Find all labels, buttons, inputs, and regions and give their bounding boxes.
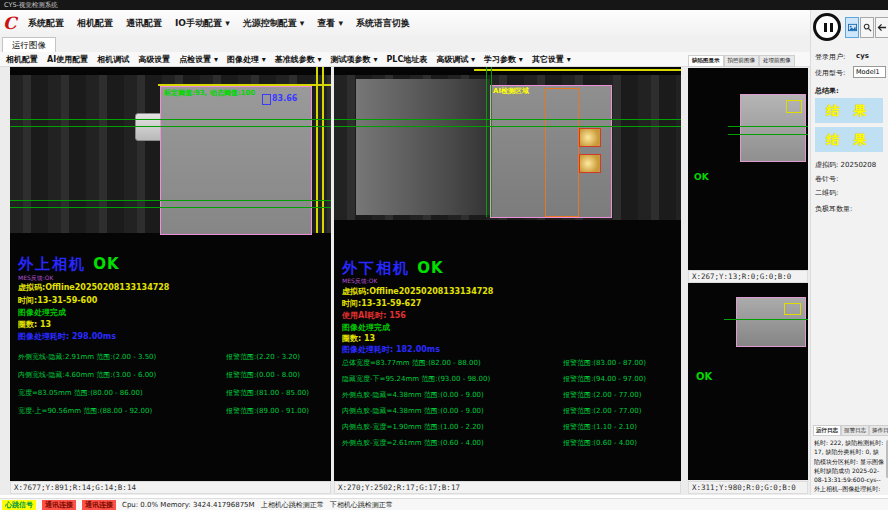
- view-mode-buttons: [845, 17, 888, 38]
- small-tab-pre-capture[interactable]: 拍照前图像: [724, 55, 760, 67]
- process-elapsed: 图像处理耗时: 298.00ms: [18, 331, 116, 342]
- camera-view-lower[interactable]: AI检测区域 外下相机 OK MES反馈:OK 虚拟码:Offline20250…: [334, 67, 681, 481]
- reference-line: [10, 119, 331, 120]
- result-box-1: 结 果: [815, 98, 883, 123]
- log-text-area[interactable]: 耗时: 222, 缺陷检测耗时: 17, 缺陷分类耗时: 0, 缺陷模块分区耗时…: [814, 438, 884, 494]
- small-view-top[interactable]: OK: [688, 68, 808, 270]
- menu-light-control-config[interactable]: 光源控制配置 ▾: [243, 17, 305, 30]
- tool-image-processing[interactable]: 图像处理 ▾: [227, 54, 266, 65]
- camera-result-title: 外下相机 OK: [342, 259, 444, 278]
- measure-text: 内侧点胶-隐藏=4.38mm 范围:(0.00 - 9.00): [342, 407, 484, 415]
- reference-line: [334, 119, 681, 120]
- alarm-range: 报警范围:(0.60 - 4.00): [563, 438, 637, 448]
- vcode-label: 虚拟码: 20250208: [815, 160, 876, 170]
- menu-io-manual-config[interactable]: IO手动配置 ▾: [175, 17, 230, 30]
- detected-tab-1: [579, 128, 601, 147]
- measure-row: 外侧点胶-宽度=2.61mm 范围:(0.60 - 4.00) 报警范围:(0.…: [342, 438, 679, 448]
- tool-camera-config[interactable]: 相机配置: [6, 54, 38, 65]
- app-window: CYS-视觉检测系统 C 系统配置 相机配置 通讯配置 IO手动配置 ▾ 光源控…: [0, 0, 888, 522]
- photo-view-button[interactable]: [845, 17, 859, 38]
- small-tab-defect-image[interactable]: 缺陷图显示: [688, 55, 724, 67]
- tool-advanced-settings[interactable]: 高级设置: [138, 54, 170, 65]
- boundary-line-vertical-1: [316, 67, 318, 233]
- small-view-tabs: 缺陷图显示 拍照前图像 处理前图像: [688, 55, 808, 67]
- tool-camera-debug[interactable]: 相机调试: [97, 54, 129, 65]
- ai-roi-label: AI检测区域: [493, 86, 529, 96]
- cam-bottom-heartbeat: 下相机心跳检测正常: [330, 500, 393, 510]
- reference-line: [728, 126, 808, 127]
- tool-ai-usage-config[interactable]: AI使用配置: [47, 54, 88, 65]
- measure-marker: [262, 94, 271, 105]
- camera-name: 外下相机: [342, 259, 410, 277]
- model-label: 使用型号:: [815, 68, 845, 78]
- zoom-button[interactable]: [860, 17, 874, 38]
- vcode-label-text: 虚拟码:: [815, 161, 838, 169]
- reference-line-vertical: [486, 67, 487, 217]
- small-tab-pre-process[interactable]: 处理前图像: [759, 55, 795, 67]
- tool-advanced-debug[interactable]: 高级调试 ▾: [436, 54, 475, 65]
- total-result-label: 总结果:: [815, 86, 839, 96]
- tool-spotcheck-settings[interactable]: 点检设置 ▾: [179, 54, 218, 65]
- cycle-count: 圈数: 13: [342, 333, 375, 344]
- thumb-result: OK: [696, 371, 712, 382]
- menu-language-switch[interactable]: 系统语言切换: [356, 17, 410, 30]
- control-panel: 登录用户: cys 使用型号: Model1 总结果: 结 果 结 果 虚拟码:…: [810, 10, 888, 495]
- measure-row: 外侧宽线-隐藏:2.91mm 范围:(2.00 - 3.50) 报警范围:(2.…: [18, 352, 329, 362]
- tab-count-label: 负极耳数量:: [815, 204, 852, 214]
- reference-line-vertical: [491, 67, 492, 217]
- pixel-coords-small-bottom: X:311;Y:980;R:0;G:0;B:0: [688, 481, 808, 494]
- model-input[interactable]: Model1: [853, 66, 886, 78]
- alarm-range: 报警范围:(89.00 - 91.00): [226, 406, 309, 416]
- back-button[interactable]: [875, 17, 888, 38]
- measure-value-tag: 83.66: [272, 94, 297, 103]
- mes-feedback: MES反馈:OK: [342, 277, 377, 286]
- menu-comm-config[interactable]: 通讯配置: [126, 17, 162, 30]
- tool-baseline-params[interactable]: 基准线参数 ▾: [275, 54, 322, 65]
- measure-row: 宽度-上=90.56mm 范围:(88.00 - 92.00) 报警范围:(89…: [18, 406, 329, 416]
- tool-other-settings[interactable]: 其它设置 ▾: [532, 54, 571, 65]
- roi-threshold-label: 标定阈值:93, 动态阈值:100: [164, 88, 255, 98]
- measure-row: 内侧宽线-隐藏:4.60mm 范围:(3.00 - 6.00) 报警范围:(0.…: [18, 370, 329, 380]
- result-ok: OK: [93, 255, 119, 273]
- boundary-line-vertical-2: [322, 67, 324, 233]
- process-status: 图像处理完成: [18, 307, 66, 318]
- reference-line: [10, 200, 331, 201]
- small-view-bottom[interactable]: OK: [688, 283, 808, 480]
- menu-view[interactable]: 查看 ▾: [317, 17, 343, 30]
- camera-result-title: 外上相机 OK: [18, 255, 120, 274]
- thumb-marker: [786, 100, 802, 113]
- alarm-range: 报警范围:(2.20 - 3.20): [226, 352, 300, 362]
- measure-text: 宽度-上=90.56mm 范围:(88.00 - 92.00): [18, 407, 152, 415]
- reel-number-label: 卷针号:: [815, 174, 838, 184]
- process-status: 图像处理完成: [342, 322, 390, 333]
- virtual-barcode: 虚拟码:Offline20250208133134728: [342, 286, 493, 297]
- tab-strip: [0, 36, 810, 53]
- reference-line: [10, 126, 331, 127]
- menu-camera-config[interactable]: 相机配置: [77, 17, 113, 30]
- back-arrow-icon: [877, 23, 887, 32]
- log-tab-run[interactable]: 运行日志: [813, 425, 841, 436]
- measure-text: 内侧宽线-隐藏:4.60mm 范围:(3.00 - 6.00): [18, 371, 156, 379]
- pixel-coords-right: X:270;Y:2502;R:17;G:17;B:17: [334, 481, 681, 494]
- tool-plc-address-table[interactable]: PLC地址表: [386, 54, 427, 65]
- measure-row: 内侧点胶-宽度=1.90mm 范围:(1.00 - 2.20) 报警范围:(1.…: [342, 422, 679, 432]
- tool-test-item-params[interactable]: 测试项参数 ▾: [331, 54, 378, 65]
- menu-system-config[interactable]: 系统配置: [28, 17, 64, 30]
- camera-view-upper[interactable]: 标定阈值:93, 动态阈值:100 83.66 外上相机 OK MES反馈:OK…: [10, 67, 331, 481]
- measure-row: 内侧点胶-隐藏=4.38mm 范围:(0.00 - 9.00) 报警范围:(2.…: [342, 406, 679, 416]
- vcode-value: 20250208: [841, 161, 877, 169]
- reference-line: [724, 319, 808, 320]
- measure-text: 宽度=83.05mm 范围:(80.00 - 86.00): [18, 389, 143, 397]
- pause-button[interactable]: [813, 13, 841, 41]
- status-bar: 心跳信号 通讯连接 通讯连接 Cpu: 0.0% Memory: 3424.41…: [0, 498, 888, 510]
- log-tab-alarm[interactable]: 报警日志: [841, 425, 869, 436]
- tab-run-image[interactable]: 运行图像: [2, 37, 56, 53]
- reference-line: [334, 126, 681, 127]
- log-tab-operation[interactable]: 操作日志: [869, 425, 888, 436]
- comm-badge-1: 通讯连接: [42, 500, 76, 510]
- measure-text: 内侧点胶-宽度=1.90mm 范围:(1.00 - 2.20): [342, 423, 484, 431]
- measure-row: 总体宽度=83.77mm 范围:(82.00 - 88.00) 报警范围:(83…: [342, 358, 679, 368]
- tool-learning-params[interactable]: 学习参数 ▾: [484, 54, 523, 65]
- login-user-value: cys: [856, 52, 869, 60]
- alarm-range: 报警范围:(2.00 - 77.00): [563, 390, 641, 400]
